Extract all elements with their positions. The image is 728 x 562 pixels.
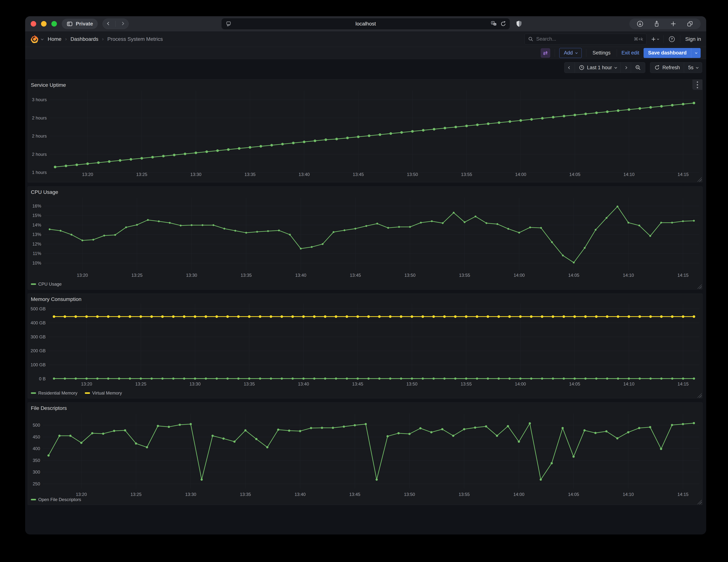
org-switcher-caret-icon[interactable] (41, 38, 43, 40)
add-button[interactable]: Add (559, 48, 582, 58)
svg-text:14:05: 14:05 (569, 172, 580, 177)
save-options-button[interactable] (691, 48, 701, 58)
svg-text:14%: 14% (32, 223, 41, 228)
panes-toggle-button[interactable]: ⇄ (541, 48, 550, 58)
divider (555, 49, 555, 57)
history-nav (103, 19, 129, 29)
svg-text:13:50: 13:50 (407, 172, 418, 177)
help-icon[interactable]: ? (668, 36, 675, 43)
settings-button[interactable]: Settings (591, 48, 613, 58)
chevron-down-icon (657, 38, 659, 40)
svg-text:13:25: 13:25 (130, 492, 142, 497)
refresh-label: Refresh (662, 65, 680, 71)
address-bar[interactable]: localhost A a (222, 18, 510, 29)
legend-swatch (31, 283, 36, 285)
cpu-usage-chart[interactable]: 13:2013:2513:3013:3513:4013:4513:5013:55… (28, 187, 702, 289)
svg-text:500: 500 (33, 423, 40, 428)
reload-icon[interactable] (500, 21, 506, 27)
svg-text:13:20: 13:20 (77, 273, 88, 278)
page-appearance-icon[interactable] (226, 21, 232, 27)
memory-consumption-chart[interactable]: 13:2013:2513:3013:3513:4013:4513:5013:55… (28, 294, 702, 398)
forward-button[interactable] (121, 22, 124, 25)
private-browsing-badge[interactable]: Private (62, 19, 98, 29)
svg-text:500 GB: 500 GB (31, 306, 46, 311)
refresh-icon (654, 65, 660, 70)
svg-text:13:40: 13:40 (295, 273, 306, 278)
svg-text:13:25: 13:25 (131, 273, 142, 278)
exit-edit-button[interactable]: Exit edit (621, 50, 639, 56)
privacy-shield-icon[interactable] (516, 20, 522, 27)
legend-item[interactable]: CPU Usage (31, 281, 62, 287)
svg-text:14:10: 14:10 (623, 492, 634, 497)
svg-text:13:30: 13:30 (186, 273, 197, 278)
save-dashboard-button[interactable]: Save dashboard (644, 48, 691, 58)
refresh-button[interactable]: Refresh (650, 62, 684, 73)
traffic-lights (31, 21, 57, 27)
svg-text:13:20: 13:20 (82, 172, 93, 177)
panel-title[interactable]: Service Uptime (31, 82, 66, 88)
translate-icon[interactable]: A a (491, 21, 497, 27)
svg-text:13:50: 13:50 (404, 492, 415, 497)
svg-text:0 B: 0 B (39, 376, 46, 381)
legend-swatch (31, 499, 36, 500)
divider (617, 49, 617, 57)
add-menu-button[interactable]: + (651, 35, 659, 43)
svg-text:14:10: 14:10 (623, 273, 634, 278)
sign-in-button[interactable]: Sign in (685, 36, 701, 42)
svg-text:2 hours: 2 hours (32, 115, 47, 120)
browser-actions (629, 18, 701, 29)
search-box[interactable]: ⌘+k (525, 34, 647, 45)
grafana-logo[interactable] (30, 35, 39, 43)
svg-text:14:05: 14:05 (568, 273, 579, 278)
panel-title[interactable]: CPU Usage (31, 189, 58, 195)
legend-swatch (85, 392, 90, 394)
svg-text:13:20: 13:20 (81, 381, 92, 386)
breadcrumb-dashboards[interactable]: Dashboards (70, 36, 98, 42)
new-tab-icon[interactable] (670, 21, 677, 27)
share-icon[interactable] (653, 21, 660, 27)
svg-text:450: 450 (33, 434, 40, 439)
svg-text:13:55: 13:55 (459, 273, 470, 278)
svg-text:3 hours: 3 hours (32, 97, 47, 102)
downloads-icon[interactable] (637, 21, 643, 27)
back-icon (107, 22, 110, 25)
service-uptime-chart[interactable]: 13:2013:2513:3013:3513:4013:4513:5013:55… (28, 80, 702, 182)
panel-title[interactable]: Memory Consumption (31, 296, 81, 302)
svg-text:300 GB: 300 GB (31, 334, 46, 339)
close-window-button[interactable] (31, 21, 36, 27)
private-label: Private (76, 21, 93, 27)
panel-title[interactable]: File Descriptors (31, 405, 67, 411)
svg-text:14:00: 14:00 (515, 172, 526, 177)
svg-text:13:45: 13:45 (353, 172, 364, 177)
panel-file-descriptors: File Descriptors 13:2013:2513:3013:3513:… (28, 402, 703, 505)
legend-item[interactable]: Residential Memory (31, 390, 77, 396)
time-shift-back-button[interactable] (564, 62, 575, 73)
svg-text:350: 350 (33, 458, 40, 463)
svg-text:13:35: 13:35 (240, 492, 251, 497)
svg-text:13:55: 13:55 (461, 172, 472, 177)
file-descriptors-chart[interactable]: 13:2013:2513:3013:3513:4013:4513:5013:55… (28, 403, 702, 505)
svg-text:12%: 12% (32, 242, 41, 247)
time-range-picker[interactable]: Last 1 hour (575, 62, 620, 73)
svg-text:?: ? (671, 37, 673, 41)
legend-item[interactable]: Open File Descriptors (31, 497, 81, 502)
svg-text:13:50: 13:50 (404, 273, 416, 278)
zoom-out-button[interactable] (631, 62, 645, 73)
minimize-window-button[interactable] (41, 21, 47, 27)
svg-text:13:55: 13:55 (459, 492, 470, 497)
tab-overview-icon[interactable] (687, 21, 693, 27)
legend-item[interactable]: Virtual Memory (85, 390, 122, 396)
svg-text:A: A (492, 22, 494, 24)
breadcrumb-home[interactable]: Home (48, 36, 62, 42)
zoom-window-button[interactable] (51, 21, 57, 27)
browser-window: Private localhost A a (25, 16, 706, 534)
svg-text:13:40: 13:40 (295, 492, 306, 497)
back-button[interactable] (108, 22, 110, 25)
time-shift-forward-button[interactable] (620, 62, 631, 73)
svg-text:13:45: 13:45 (350, 273, 361, 278)
refresh-interval-picker[interactable]: 5s (684, 62, 702, 73)
panel-menu-button[interactable] (692, 80, 702, 90)
svg-text:300: 300 (33, 469, 40, 474)
search-input[interactable] (536, 36, 631, 42)
svg-text:14:15: 14:15 (677, 273, 688, 278)
